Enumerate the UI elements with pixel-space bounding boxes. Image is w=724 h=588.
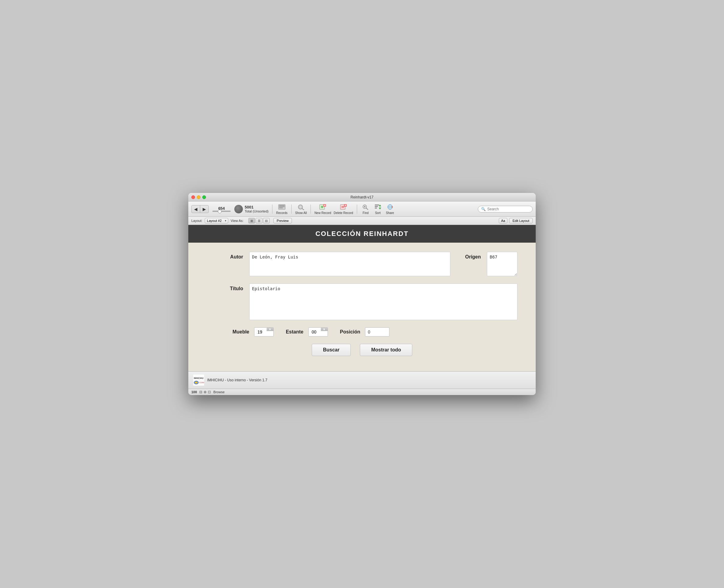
delete-record-label: Delete Record <box>334 211 353 215</box>
layout-bar-right: Aa Edit Layout <box>499 218 533 224</box>
svg-rect-1 <box>279 205 284 206</box>
svg-rect-23 <box>375 206 378 207</box>
zoom-level: 100 <box>191 390 197 394</box>
delete-record-group[interactable]: Delete Record <box>334 203 353 215</box>
imhicihu-logo-icon: IMHICIHU CONICET <box>193 375 204 385</box>
layout-bar: Layout: Layout #2 View As: ⊞ ☰ ⊟ Preview… <box>188 217 536 225</box>
posicion-label: Posición <box>340 329 361 335</box>
show-all-label: Show All <box>295 211 307 215</box>
records-label: Records <box>276 211 288 215</box>
buscar-button[interactable]: Buscar <box>312 344 351 356</box>
total-icon <box>234 205 243 213</box>
nav-controls: ◀ ▶ <box>191 205 209 213</box>
mueble-value: 19 <box>254 328 267 336</box>
delete-record-icon <box>339 203 348 211</box>
mueble-label: Mueble <box>213 329 249 335</box>
sort-label: Sort <box>375 211 381 215</box>
share-icon <box>385 203 395 211</box>
nav-back-button[interactable]: ◀ <box>192 206 200 213</box>
record-count: 654 <box>212 206 231 212</box>
svg-marker-25 <box>379 205 381 206</box>
autor-field[interactable] <box>249 252 450 276</box>
status-icon-3: ⊡ <box>208 390 211 394</box>
titulo-field[interactable] <box>249 284 517 320</box>
sep-3 <box>311 205 311 214</box>
svg-point-34 <box>195 382 198 383</box>
estante-label: Estante <box>286 329 303 335</box>
layout-label: Layout: <box>191 219 202 223</box>
mueble-dropdown-arrow[interactable]: ▼ <box>267 328 273 331</box>
titulo-row: Título <box>207 284 517 320</box>
svg-rect-24 <box>375 208 377 209</box>
sep-2 <box>291 205 292 214</box>
svg-text:IMHICIHU: IMHICIHU <box>194 377 204 379</box>
svg-line-5 <box>302 209 304 210</box>
origen-field[interactable] <box>487 252 517 276</box>
view-as-label: View As: <box>231 219 243 223</box>
preview-button[interactable]: Preview <box>273 218 292 224</box>
maximize-button[interactable] <box>202 195 206 199</box>
status-icon-1: ⊟ <box>199 390 202 394</box>
total-text: 5001 Total (Unsorted) <box>245 205 269 213</box>
mostrar-todo-button[interactable]: Mostrar todo <box>360 344 412 356</box>
minimize-button[interactable] <box>197 195 200 199</box>
view-form-button[interactable]: ⊞ <box>248 218 255 224</box>
footer: IMHICIHU CONICET IMHICIHU - Uso interno … <box>188 371 536 388</box>
total-status: Total (Unsorted) <box>245 209 269 213</box>
edit-layout-button[interactable]: Edit Layout <box>509 218 533 224</box>
aa-button[interactable]: Aa <box>499 218 507 224</box>
footer-logo: IMHICIHU CONICET <box>193 375 204 385</box>
search-box[interactable]: 🔍 <box>478 206 533 212</box>
records-icon <box>277 203 287 211</box>
view-buttons: ⊞ ☰ ⊟ <box>248 218 270 224</box>
search-icon: 🔍 <box>481 207 486 211</box>
status-icons: ⊟ ⊕ ⊡ <box>199 390 211 394</box>
svg-rect-15 <box>344 204 347 207</box>
svg-rect-22 <box>375 205 379 206</box>
find-group[interactable]: Find <box>361 203 370 215</box>
svg-rect-2 <box>279 206 284 207</box>
sort-icon <box>373 203 383 211</box>
view-list-button[interactable]: ☰ <box>256 218 262 224</box>
title-bar: Reinhardt-v17 <box>188 193 536 202</box>
svg-rect-10 <box>323 204 326 207</box>
estante-value: 00 <box>309 328 321 336</box>
mueble-dropdown[interactable]: 19 ▼ <box>254 328 274 337</box>
main-content: COLECCIÓN REINHARDT Autor Orígen Título … <box>188 225 536 371</box>
status-bar: 100 ⊟ ⊕ ⊡ Browse <box>188 388 536 395</box>
share-label: Share <box>386 211 394 215</box>
svg-marker-26 <box>379 208 381 209</box>
collection-header: COLECCIÓN REINHARDT <box>188 225 536 243</box>
close-button[interactable] <box>191 195 195 199</box>
layout-select[interactable]: Layout #2 <box>205 218 228 224</box>
autor-row: Autor Orígen <box>207 252 517 276</box>
origen-label: Orígen <box>456 252 481 260</box>
sort-group[interactable]: Sort <box>373 203 383 215</box>
window-title: Reinhardt-v17 <box>350 195 373 200</box>
main-window: Reinhardt-v17 ◀ ▶ 654 5001 Total (Unsort… <box>188 193 536 395</box>
share-group[interactable]: Share <box>385 203 395 215</box>
view-table-button[interactable]: ⊟ <box>263 218 270 224</box>
search-input[interactable] <box>487 207 529 211</box>
svg-text:CONICET: CONICET <box>199 382 204 383</box>
total-badge: 5001 Total (Unsorted) <box>234 205 269 213</box>
svg-point-4 <box>298 205 303 209</box>
footer-text: IMHICIHU - Uso interno - Versión 1.7 <box>207 378 267 382</box>
estante-dropdown[interactable]: 00 ▼ <box>308 328 328 337</box>
estante-dropdown-arrow[interactable]: ▼ <box>321 328 327 331</box>
origen-wrap: Orígen <box>456 252 517 276</box>
form-area: Autor Orígen Título Mueble 19 ▼ Estan <box>188 243 536 371</box>
records-group[interactable]: Records <box>276 203 288 215</box>
nav-forward-button[interactable]: ▶ <box>200 206 208 213</box>
svg-rect-3 <box>279 208 283 208</box>
titulo-label: Título <box>207 284 243 291</box>
show-all-group[interactable]: Show All <box>295 203 307 215</box>
action-row: Buscar Mostrar todo <box>207 344 517 356</box>
find-icon <box>361 203 370 211</box>
toolbar: ◀ ▶ 654 5001 Total (Unsorted) <box>188 202 536 217</box>
new-record-group[interactable]: New Record <box>315 203 331 215</box>
sep-4 <box>357 205 357 214</box>
mueble-row: Mueble 19 ▼ Estante 00 ▼ Posición <box>207 328 517 337</box>
posicion-field[interactable] <box>365 328 389 337</box>
record-slider[interactable] <box>212 211 231 212</box>
